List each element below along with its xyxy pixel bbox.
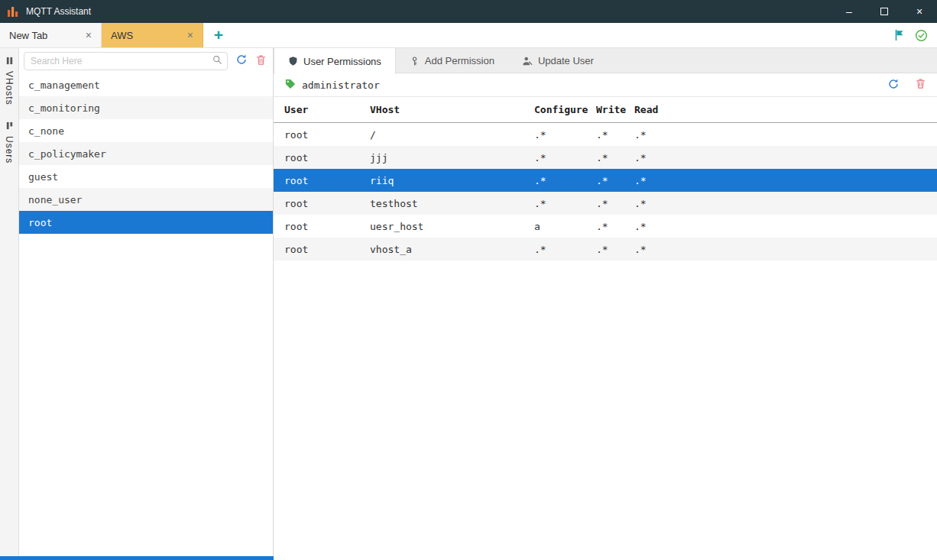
- panel-active-indicator: [0, 556, 274, 560]
- users-list: c_management c_monitoring c_none c_polic…: [19, 73, 273, 560]
- search-box: [24, 52, 228, 70]
- tab-add-permission[interactable]: Add Permission: [396, 48, 508, 73]
- list-item-selected[interactable]: root: [19, 211, 273, 234]
- cell-write: .*: [596, 198, 634, 209]
- column-header-read: Read: [634, 104, 937, 115]
- tab-label: User Permissions: [303, 56, 381, 67]
- cell-write: .*: [596, 221, 634, 232]
- table-body: root / .* .* .* root jjj .* .* .* ro: [274, 123, 937, 261]
- tab-label: AWS: [111, 30, 133, 41]
- list-item[interactable]: guest: [19, 165, 273, 188]
- table-header: User VHost Configure Write Read: [274, 97, 937, 123]
- users-sidebar: c_management c_monitoring c_none c_polic…: [19, 48, 274, 560]
- content-area: VHosts Users: [0, 48, 937, 560]
- close-tab-icon[interactable]: ×: [186, 30, 195, 40]
- close-button[interactable]: ×: [902, 0, 937, 23]
- cell-vhost: uesr_host: [370, 221, 534, 232]
- connection-tabbar: New Tab × AWS × +: [0, 23, 937, 48]
- cell-user: root: [284, 244, 370, 255]
- cell-configure: .*: [534, 152, 596, 163]
- cell-read: .*: [634, 129, 937, 141]
- permissions-table: User VHost Configure Write Read root / .…: [274, 97, 937, 261]
- tab-label: Add Permission: [425, 55, 494, 66]
- cell-read: .*: [634, 152, 937, 163]
- sidebar-toolbar: [19, 48, 273, 73]
- cell-configure: .*: [534, 198, 596, 209]
- cell-write: .*: [596, 152, 634, 163]
- column-header-configure: Configure: [534, 104, 596, 115]
- app-window: MQTT Assistant – × New Tab × AWS × +: [0, 0, 937, 560]
- list-item[interactable]: c_policymaker: [19, 142, 273, 165]
- minimize-button[interactable]: –: [832, 0, 867, 23]
- cell-configure: .*: [534, 175, 596, 186]
- user-edit-icon: [522, 56, 533, 66]
- column-header-vhost: VHost: [370, 104, 534, 115]
- tab-aws[interactable]: AWS ×: [102, 23, 203, 47]
- cell-user: root: [284, 175, 370, 186]
- search-icon[interactable]: [212, 54, 222, 67]
- cell-vhost: vhost_a: [370, 244, 534, 255]
- search-input[interactable]: [31, 56, 212, 66]
- cell-vhost: testhost: [370, 198, 534, 209]
- selected-user-bar: administrator: [274, 73, 937, 97]
- tab-label: New Tab: [9, 30, 47, 41]
- tab-update-user[interactable]: Update User: [508, 48, 608, 73]
- close-tab-icon[interactable]: ×: [84, 30, 93, 40]
- rail-label-vhosts: VHosts: [4, 71, 15, 105]
- app-logo-icon: [6, 5, 20, 18]
- flag-icon[interactable]: [893, 29, 906, 41]
- sidebar-item-users[interactable]: Users: [4, 121, 15, 163]
- delete-permission-icon[interactable]: [915, 78, 926, 92]
- delete-user-icon[interactable]: [255, 54, 267, 68]
- cell-vhost: /: [370, 129, 534, 141]
- cell-vhost: riiq: [370, 175, 534, 186]
- key-icon: [410, 56, 420, 66]
- cell-configure: a: [534, 221, 596, 232]
- tab-new-tab[interactable]: New Tab ×: [0, 23, 102, 47]
- cell-read: .*: [634, 221, 937, 232]
- cell-user: root: [284, 221, 370, 232]
- maximize-button[interactable]: [867, 0, 902, 23]
- tag-icon: [284, 78, 296, 92]
- table-row[interactable]: root testhost .* .* .*: [274, 192, 937, 215]
- selected-user-name: administrator: [302, 79, 380, 91]
- cell-configure: .*: [534, 129, 596, 141]
- shield-icon: [288, 56, 298, 66]
- table-row[interactable]: root uesr_host a .* .*: [274, 215, 937, 238]
- cell-vhost: jjj: [370, 152, 534, 163]
- cell-write: .*: [596, 244, 634, 255]
- column-header-user: User: [284, 104, 370, 115]
- permission-actions: [887, 78, 926, 92]
- table-row[interactable]: root vhost_a .* .* .*: [274, 238, 937, 261]
- refresh-users-icon[interactable]: [235, 53, 248, 68]
- table-row[interactable]: root / .* .* .*: [274, 123, 937, 146]
- list-item[interactable]: c_monitoring: [19, 96, 273, 119]
- main-panel: User Permissions Add Permission Update U…: [274, 48, 937, 560]
- cell-read: .*: [634, 175, 937, 186]
- tabbar-actions: [893, 23, 937, 47]
- cell-write: .*: [596, 175, 634, 186]
- titlebar: MQTT Assistant – ×: [0, 0, 937, 23]
- list-item[interactable]: c_management: [19, 73, 273, 96]
- vhosts-icon: [5, 56, 14, 67]
- add-tab-button[interactable]: +: [203, 23, 234, 47]
- table-row[interactable]: root jjj .* .* .*: [274, 146, 937, 169]
- tab-user-permissions[interactable]: User Permissions: [274, 48, 396, 74]
- cell-user: root: [284, 129, 370, 141]
- cell-configure: .*: [534, 244, 596, 255]
- list-item[interactable]: none_user: [19, 188, 273, 211]
- users-icon: [5, 121, 14, 132]
- sidebar-item-vhosts[interactable]: VHosts: [4, 56, 15, 105]
- cell-user: root: [284, 152, 370, 163]
- rail-label-users: Users: [4, 136, 15, 163]
- left-rail: VHosts Users: [0, 48, 19, 560]
- table-row-selected[interactable]: root riiq .* .* .*: [274, 169, 937, 192]
- cell-user: root: [284, 198, 370, 209]
- list-item[interactable]: c_none: [19, 119, 273, 142]
- window-title: MQTT Assistant: [26, 6, 91, 17]
- maximize-icon: [880, 8, 888, 15]
- connected-check-icon[interactable]: [915, 29, 928, 42]
- window-controls: – ×: [832, 0, 937, 23]
- cell-read: .*: [634, 198, 937, 209]
- refresh-permissions-icon[interactable]: [887, 78, 900, 92]
